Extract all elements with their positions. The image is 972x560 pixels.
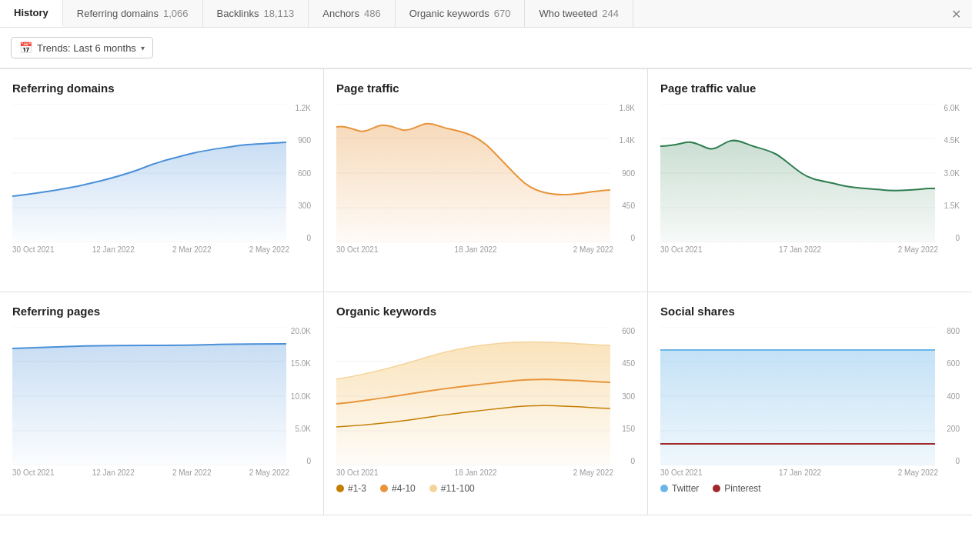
chart-page-traffic-title: Page traffic: [336, 82, 635, 95]
x-axis-organic-keywords: 30 Oct 2021 18 Jan 2022 2 May 2022: [336, 468, 635, 477]
x-axis-page-traffic: 30 Oct 2021 18 Jan 2022 2 May 2022: [336, 245, 635, 254]
chart-page-traffic-value-title: Page traffic value: [660, 82, 960, 95]
tab-history-label: History: [14, 7, 48, 18]
legend-item-4-10: #4-10: [380, 483, 416, 494]
chart-social-shares-title: Social shares: [660, 305, 960, 318]
chart-svg-page-traffic: [336, 104, 610, 242]
chart-referring-domains: Referring domains: [0, 69, 324, 292]
legend-dot-pinterest: [713, 485, 720, 492]
y-axis-referring-domains: 1.2K 900 600 300 0: [288, 104, 311, 242]
legend-label-4-10: #4-10: [392, 483, 416, 494]
trends-dropdown-button[interactable]: 📅 Trends: Last 6 months ▾: [11, 37, 153, 58]
chart-page-traffic-area: 1.8K 1.4K 900 450 0: [336, 104, 635, 242]
y-axis-page-traffic: 1.8K 1.4K 900 450 0: [612, 104, 635, 242]
tab-history[interactable]: History: [0, 0, 63, 27]
tab-organic-keywords-label: Organic keywords: [409, 8, 489, 19]
tab-who-tweeted-label: Who tweeted: [539, 8, 597, 19]
header-tabs: History Referring domains 1,066 Backlink…: [0, 0, 972, 28]
tab-anchors-count: 486: [364, 8, 381, 19]
chart-organic-keywords: Organic keywords: [324, 292, 648, 515]
legend-label-pinterest: Pinterest: [724, 483, 760, 494]
chart-svg-referring-pages: [12, 327, 286, 465]
chart-referring-domains-area: 1.2K 900 600 300 0: [12, 104, 311, 242]
organic-keywords-legend: #1-3 #4-10 #11-100: [336, 477, 635, 497]
legend-item-pinterest: Pinterest: [713, 483, 760, 494]
tab-referring-domains-count: 1,066: [163, 8, 189, 19]
chart-svg-page-traffic-value: [660, 104, 935, 242]
tab-who-tweeted[interactable]: Who tweeted 244: [525, 0, 633, 27]
y-axis-organic-keywords: 600 450 300 150 0: [612, 327, 635, 465]
chart-page-traffic-value: Page traffic value: [648, 69, 972, 292]
y-axis-social-shares: 800 600 400 200 0: [937, 327, 960, 465]
chart-referring-pages: Referring pages: [0, 292, 324, 515]
chart-page-traffic-value-area: 6.0K 4.5K 3.0K 1.5K 0: [660, 104, 960, 242]
tab-anchors-label: Anchors: [322, 8, 359, 19]
chart-organic-keywords-area: 600 450 300 150 0: [336, 327, 635, 465]
legend-label-twitter: Twitter: [672, 483, 699, 494]
charts-grid: Referring domains: [0, 68, 972, 515]
legend-item-11-100: #11-100: [429, 483, 475, 494]
chart-svg-referring-domains: [12, 104, 286, 242]
chart-svg-organic-keywords: [336, 327, 610, 465]
social-shares-legend: Twitter Pinterest: [660, 477, 960, 497]
legend-item-twitter: Twitter: [660, 483, 699, 494]
y-axis-referring-pages: 20.0K 15.0K 10.0K 5.0K 0: [288, 327, 311, 465]
chart-referring-pages-title: Referring pages: [12, 305, 311, 318]
close-button[interactable]: ✕: [951, 6, 961, 21]
legend-label-1-3: #1-3: [348, 483, 366, 494]
legend-dot-11-100: [429, 485, 437, 492]
legend-dot-4-10: [380, 485, 388, 492]
tab-anchors[interactable]: Anchors 486: [309, 0, 395, 27]
calendar-icon: 📅: [19, 42, 32, 54]
tab-referring-domains[interactable]: Referring domains 1,066: [63, 0, 203, 27]
toolbar: 📅 Trends: Last 6 months ▾: [0, 28, 972, 68]
x-axis-referring-domains: 30 Oct 2021 12 Jan 2022 2 Mar 2022 2 May…: [12, 245, 311, 254]
x-axis-referring-pages: 30 Oct 2021 12 Jan 2022 2 Mar 2022 2 May…: [12, 468, 311, 477]
legend-dot-twitter: [660, 485, 668, 492]
tab-who-tweeted-count: 244: [602, 8, 619, 19]
chevron-down-icon: ▾: [141, 44, 145, 52]
x-axis-social-shares: 30 Oct 2021 17 Jan 2022 2 May 2022: [660, 468, 960, 477]
tab-organic-keywords[interactable]: Organic keywords 670: [396, 0, 526, 27]
tab-backlinks-count: 18,113: [263, 8, 294, 19]
tab-backlinks-label: Backlinks: [217, 8, 259, 19]
tab-referring-domains-label: Referring domains: [77, 8, 159, 19]
y-axis-page-traffic-value: 6.0K 4.5K 3.0K 1.5K 0: [937, 104, 960, 242]
x-axis-page-traffic-value: 30 Oct 2021 17 Jan 2022 2 May 2022: [660, 245, 960, 254]
chart-organic-keywords-title: Organic keywords: [336, 305, 635, 318]
legend-dot-1-3: [336, 485, 344, 492]
chart-referring-pages-area: 20.0K 15.0K 10.0K 5.0K 0: [12, 327, 311, 465]
legend-label-11-100: #11-100: [441, 483, 475, 494]
chart-referring-domains-title: Referring domains: [12, 82, 311, 95]
chart-social-shares-area: 800 600 400 200 0: [660, 327, 960, 465]
trends-label: Trends: Last 6 months: [37, 42, 136, 54]
chart-social-shares: Social shares: [648, 292, 972, 515]
legend-item-1-3: #1-3: [336, 483, 366, 494]
chart-svg-social-shares: [660, 327, 935, 465]
chart-page-traffic: Page traffic: [324, 69, 648, 292]
tab-backlinks[interactable]: Backlinks 18,113: [203, 0, 309, 27]
tab-organic-keywords-count: 670: [494, 8, 511, 19]
